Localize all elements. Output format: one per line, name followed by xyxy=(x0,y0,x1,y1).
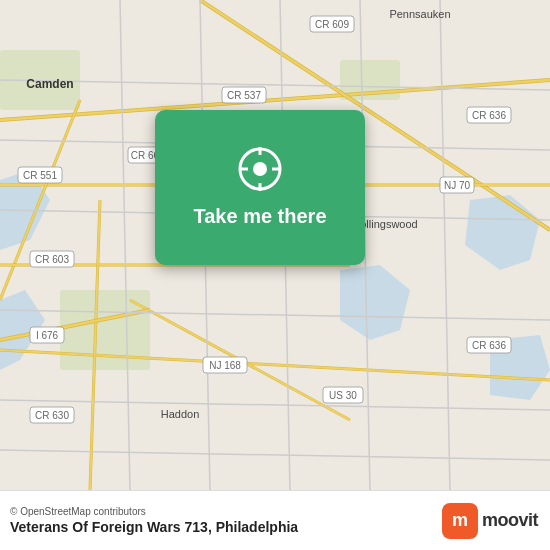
svg-text:US 30: US 30 xyxy=(329,390,357,401)
take-me-there-label: Take me there xyxy=(193,205,326,228)
svg-text:CR 636: CR 636 xyxy=(472,340,506,351)
svg-text:CR 630: CR 630 xyxy=(35,410,69,421)
bottom-left: © OpenStreetMap contributors Veterans Of… xyxy=(10,506,298,535)
attribution-text: © OpenStreetMap contributors xyxy=(10,506,298,517)
svg-text:CR 636: CR 636 xyxy=(472,110,506,121)
svg-text:Camden: Camden xyxy=(26,77,73,91)
svg-text:Haddon: Haddon xyxy=(161,408,200,420)
map-container: CR 609 CR 537 CR 551 CR 66 NJ 70 CR 636 … xyxy=(0,0,550,490)
take-me-there-card[interactable]: Take me there xyxy=(155,110,365,265)
svg-text:NJ 70: NJ 70 xyxy=(444,180,471,191)
svg-point-69 xyxy=(253,162,267,176)
location-name: Veterans Of Foreign Wars 713, Philadelph… xyxy=(10,519,298,535)
svg-text:NJ 168: NJ 168 xyxy=(209,360,241,371)
moovit-logo: m moovit xyxy=(442,503,538,539)
svg-text:Pennsauken: Pennsauken xyxy=(389,8,450,20)
moovit-text: moovit xyxy=(482,510,538,531)
moovit-icon-letter: m xyxy=(452,510,468,531)
location-pin-icon xyxy=(236,147,284,195)
svg-text:CR 537: CR 537 xyxy=(227,90,261,101)
moovit-icon: m xyxy=(442,503,478,539)
svg-text:CR 551: CR 551 xyxy=(23,170,57,181)
bottom-bar: © OpenStreetMap contributors Veterans Of… xyxy=(0,490,550,550)
svg-text:CR 603: CR 603 xyxy=(35,254,69,265)
svg-text:I 676: I 676 xyxy=(36,330,59,341)
svg-text:CR 609: CR 609 xyxy=(315,19,349,30)
